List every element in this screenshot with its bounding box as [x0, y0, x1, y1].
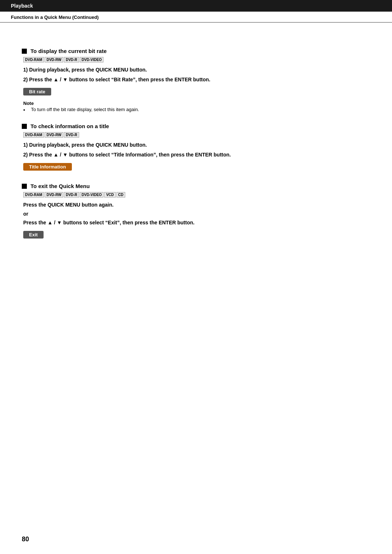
step2-num: 2) — [23, 77, 29, 82]
badge-dvd-ram-1: DVD-RAM — [23, 57, 44, 62]
exit-step1: Press the QUICK MENU button again. — [23, 201, 370, 209]
note-bullet: • To turn off the bit rate display, sele… — [23, 107, 370, 113]
header-bar: Playback — [0, 0, 392, 12]
bit-rate-step1-text: 1) During playback, press the QUICK MENU… — [23, 67, 147, 73]
subheader-bar: Functions in a Quick Menu (Continued) — [0, 12, 392, 23]
badge-dvd-r-3: DVD-R — [64, 192, 79, 197]
bit-rate-step2-text: 2) Press the ▲ / ▼ buttons to select “Bi… — [23, 77, 210, 82]
section-icon-3 — [22, 184, 27, 189]
bit-rate-step1: 1) During playback, press the QUICK MENU… — [23, 66, 370, 74]
subheader-title: Functions in a Quick Menu (Continued) — [11, 15, 99, 20]
note-text: To turn off the bit rate display, select… — [31, 107, 139, 113]
bit-rate-step2: 2) Press the ▲ / ▼ buttons to select “Bi… — [23, 76, 370, 83]
badge-dvd-rw-3: DVD-RW — [45, 192, 63, 197]
page-number: 80 — [22, 535, 29, 543]
exit-badges: DVD-RAM DVD-RW DVD-R DVD-VIDEO VCD CD — [23, 192, 370, 197]
main-content: To display the current bit rate DVD-RAM … — [0, 23, 392, 262]
exit-menu-item: Exit — [23, 231, 44, 239]
badge-dvd-video-1: DVD-VIDEO — [80, 57, 104, 62]
section-title-info-title: To check information on a title — [30, 123, 109, 129]
badge-dvd-rw-1: DVD-RW — [45, 57, 63, 62]
note-bullet-dot: • — [23, 107, 25, 113]
badge-dvd-r-1: DVD-R — [64, 57, 79, 62]
exit-step2: Press the ▲ / ▼ buttons to select “Exit”… — [23, 219, 370, 227]
section-icon-2 — [22, 124, 27, 129]
title-info-badges: DVD-RAM DVD-RW DVD-R — [23, 132, 370, 138]
title-info-step2: 2) Press the ▲ / ▼ buttons to select “Ti… — [23, 151, 370, 159]
badge-vcd-3: VCD — [104, 192, 115, 197]
exit-step2-text: Press the ▲ / ▼ buttons to select “Exit”… — [23, 220, 195, 225]
note-label: Note — [23, 101, 370, 106]
page-container: Playback Functions in a Quick Menu (Cont… — [0, 0, 392, 554]
title-info-step1: 1) During playback, press the QUICK MENU… — [23, 141, 370, 149]
title-info-menu-item: Title Information — [23, 163, 72, 171]
exit-step1-text: Press the QUICK MENU button again. — [23, 202, 114, 208]
badge-dvd-ram-3: DVD-RAM — [23, 192, 44, 197]
section-icon — [22, 49, 27, 54]
section-bit-rate-title: To display the current bit rate — [30, 48, 107, 54]
badge-cd-3: CD — [117, 192, 125, 197]
step2-num-2: 2) — [23, 152, 29, 158]
header-title: Playback — [11, 3, 33, 9]
badge-dvd-ram-2: DVD-RAM — [23, 132, 44, 138]
bit-rate-menu-item: Bit rate — [23, 88, 51, 95]
step1-num-2: 1) — [23, 142, 29, 148]
title-info-step1-text: 1) During playback, press the QUICK MENU… — [23, 142, 147, 148]
bit-rate-note: Note • To turn off the bit rate display,… — [23, 101, 370, 113]
bit-rate-badges: DVD-RAM DVD-RW DVD-R DVD-VIDEO — [23, 57, 370, 62]
section-exit-heading: To exit the Quick Menu — [22, 183, 370, 189]
section-exit-title: To exit the Quick Menu — [30, 183, 90, 189]
title-info-step2-text: 2) Press the ▲ / ▼ buttons to select “Ti… — [23, 152, 231, 158]
or-text: or — [23, 211, 370, 217]
step1-num: 1) — [23, 67, 29, 73]
section-bit-rate-heading: To display the current bit rate — [22, 48, 370, 54]
section-title-info-heading: To check information on a title — [22, 123, 370, 129]
badge-dvd-video-3: DVD-VIDEO — [80, 192, 104, 197]
badge-dvd-r-2: DVD-R — [64, 132, 79, 138]
badge-dvd-rw-2: DVD-RW — [45, 132, 63, 138]
